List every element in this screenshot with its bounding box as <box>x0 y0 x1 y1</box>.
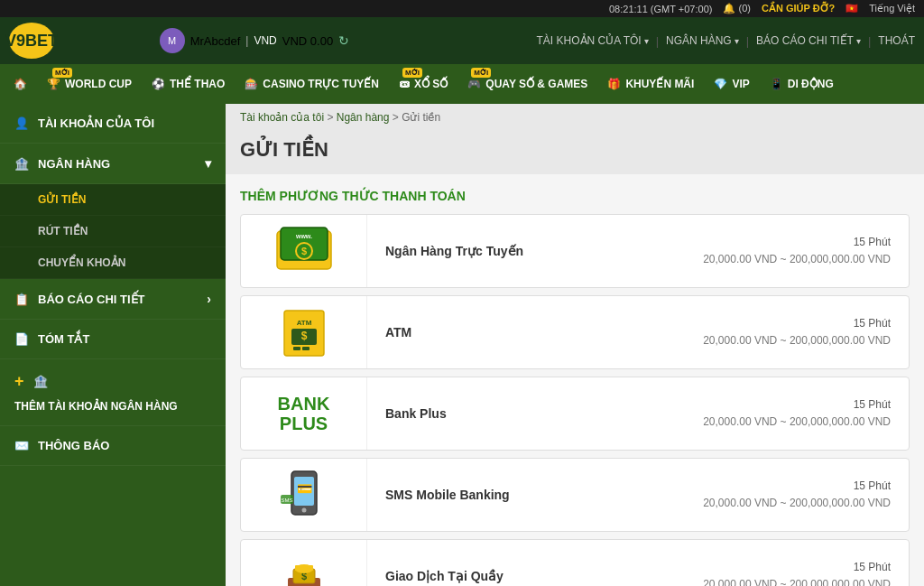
counter-range: 20,000.00 VND ~ 200,000,000.00 VND <box>703 576 891 586</box>
time-display: 08:21:11 (GMT +07:00) <box>609 4 712 14</box>
nav-didong[interactable]: 📱 DI ĐỘNG <box>761 64 843 104</box>
bankplus-info: 15 Phút 20,000.00 VND ~ 200,000,000.00 V… <box>685 396 909 431</box>
help-link[interactable]: CẦN GIÚP ĐỠ? <box>762 3 835 14</box>
counter-name: Giao Dịch Tại Quầy <box>367 569 685 583</box>
username: MrAbcdef <box>190 34 241 48</box>
top-bar: 08:21:11 (GMT +07:00) 🔔 (0) CẦN GIÚP ĐỠ?… <box>0 0 924 17</box>
counter-icon: $ <box>268 549 340 586</box>
payment-item-atm[interactable]: ATM $ ATM 15 Phút 20,000.00 VND ~ 200,00… <box>240 295 910 369</box>
sidebar-item-bank[interactable]: 🏦 NGÂN HÀNG ▾ <box>0 144 226 184</box>
sidebar-guitien[interactable]: GỬI TIỀN <box>0 184 226 216</box>
bank-btn[interactable]: NGÂN HÀNG ▾ <box>666 34 739 47</box>
my-account-btn[interactable]: TÀI KHOẢN CỦA TÔI ▾ <box>537 34 649 47</box>
home-icon: 🏠 <box>14 78 27 90</box>
balance-display: VND 0.00 <box>282 34 333 48</box>
payment-list: www. $ Ngân Hàng Trực Tuyến 15 Phút 20,0… <box>240 214 910 586</box>
bankplus-icon-area: BANK PLUS <box>241 377 367 450</box>
bank-expand-arrow: ▾ <box>205 156 211 171</box>
sidebar-item-account[interactable]: 👤 TÀI KHOẢN CỦA TÔI <box>0 104 226 144</box>
nav-thethao[interactable]: ⚽ THỂ THAO <box>143 64 234 104</box>
sidebar-item-thongbao[interactable]: ✉️ THÔNG BÁO <box>0 426 226 466</box>
breadcrumb-current: Gửi tiền <box>402 111 440 124</box>
nav-vip-label: VIP <box>732 78 749 90</box>
breadcrumb-account[interactable]: Tài khoản của tôi <box>240 111 324 124</box>
sms-info: 15 Phút 20,000.00 VND ~ 200,000,000.00 V… <box>685 478 909 512</box>
sidebar-chuyenkhoan[interactable]: CHUYỂN KHOẢN <box>0 247 226 279</box>
new-badge-xoso: MỚI <box>402 68 422 78</box>
sidebar-report-label: BÁO CÁO CHI TIẾT <box>38 293 145 306</box>
new-badge-quayso: MỚI <box>471 68 491 78</box>
atm-icon: ATM $ <box>268 305 340 359</box>
sms-name: SMS Mobile Banking <box>367 488 685 502</box>
lang-flag: 🇻🇳 <box>845 3 858 14</box>
new-badge-worldcup: MỚI <box>52 68 72 78</box>
section-title: THÊM PHƯƠNG THỨC THANH TOÁN <box>240 189 910 203</box>
thethao-icon: ⚽ <box>152 78 165 90</box>
atm-info: 15 Phút 20,000.00 VND ~ 200,000,000.00 V… <box>685 315 909 349</box>
atm-time: 15 Phút <box>703 315 891 332</box>
sidebar-item-report[interactable]: 📋 BÁO CÁO CHI TIẾT › <box>0 279 226 320</box>
report-arrow: › <box>207 292 211 306</box>
svg-point-13 <box>301 508 306 513</box>
nav-xoso[interactable]: MỚI 🎟 XỔ SỐ <box>390 64 457 104</box>
sidebar-thongbao-label: THÔNG BÁO <box>38 439 109 452</box>
lang-selector[interactable]: Tiếng Việt <box>869 3 915 14</box>
sidebar-item-addbank[interactable]: + 🏦 THÊM TÀI KHOẢN NGÂN HÀNG <box>0 359 226 426</box>
nav-home[interactable]: 🏠 <box>5 64 36 104</box>
nav-bar: 🏠 MỚI 🏆 WORLD CUP ⚽ THỂ THAO 🎰 CASINO TR… <box>0 64 924 104</box>
bank-online-range: 20,000.00 VND ~ 200,000,000.00 VND <box>703 251 891 268</box>
main-layout: 👤 TÀI KHOẢN CỦA TÔI 🏦 NGÂN HÀNG ▾ GỬI TI… <box>0 104 924 586</box>
atm-range: 20,000.00 VND ~ 200,000,000.00 VND <box>703 332 891 349</box>
sidebar-ruttien[interactable]: RÚT TIỀN <box>0 216 226 247</box>
sidebar-addbank-label: THÊM TÀI KHOẢN NGÂN HÀNG <box>14 400 178 413</box>
report-icon: 📋 <box>14 293 29 306</box>
svg-rect-9 <box>293 347 300 350</box>
sms-mobile-icon: 💳 SMS <box>268 468 340 522</box>
nav-vip[interactable]: 💎 VIP <box>705 64 758 104</box>
bell-icon[interactable]: 🔔 (0) <box>723 3 751 14</box>
refresh-icon[interactable]: ↻ <box>338 33 349 48</box>
svg-text:💳: 💳 <box>296 481 312 497</box>
page-title-area: GỬI TIỀN <box>226 131 924 174</box>
addbank-icon: 🏦 <box>33 375 48 388</box>
breadcrumb: Tài khoản của tôi > Ngân hàng > Gửi tiền <box>226 104 924 131</box>
sidebar-submenu-bank: GỬI TIỀN RÚT TIỀN CHUYỂN KHOẢN <box>0 184 226 279</box>
report-btn[interactable]: BÁO CÁO CHI TIẾT ▾ <box>756 34 861 47</box>
nav-worldcup[interactable]: MỚI 🏆 WORLD CUP <box>38 64 141 104</box>
payment-item-sms[interactable]: 💳 SMS SMS Mobile Banking 15 Phút 20,000.… <box>240 458 910 532</box>
payment-item-bank-online[interactable]: www. $ Ngân Hàng Trực Tuyến 15 Phút 20,0… <box>240 214 910 288</box>
atm-name: ATM <box>367 325 685 340</box>
bankplus-range: 20,000.00 VND ~ 200,000,000.00 VND <box>703 414 891 431</box>
sms-range: 20,000.00 VND ~ 200,000,000.00 VND <box>703 495 891 512</box>
payment-item-bankplus[interactable]: BANK PLUS Bank Plus 15 Phút 20,000.00 VN… <box>240 377 910 451</box>
counter-time: 15 Phút <box>703 559 891 576</box>
sidebar-bank-label: NGÂN HÀNG <box>38 157 110 171</box>
sidebar-item-tomtat[interactable]: 📄 TÓM TẮT <box>0 320 226 359</box>
nav-casino[interactable]: 🎰 CASINO TRỰC TUYẾN <box>236 64 388 104</box>
svg-text:www.: www. <box>294 233 311 239</box>
tomtat-icon: 📄 <box>14 332 29 346</box>
bankplus-time: 15 Phút <box>703 396 891 414</box>
payment-item-counter[interactable]: $ Giao Dịch Tại Quầy 15 Phút 20,000.00 V… <box>240 539 910 586</box>
sidebar: 👤 TÀI KHOẢN CỦA TÔI 🏦 NGÂN HÀNG ▾ GỬI TI… <box>0 104 226 586</box>
header-nav: TÀI KHOẢN CỦA TÔI ▾ | NGÂN HÀNG ▾ | BÁO … <box>537 34 915 48</box>
thongbao-icon: ✉️ <box>14 439 29 452</box>
logo[interactable]: V9BET <box>9 23 54 59</box>
nav-didong-label: DI ĐỘNG <box>788 78 834 90</box>
nav-casino-label: CASINO TRỰC TUYẾN <box>263 78 379 90</box>
casino-icon: 🎰 <box>245 78 258 90</box>
bank-online-info: 15 Phút 20,000.00 VND ~ 200,000,000.00 V… <box>685 234 909 268</box>
nav-quayso[interactable]: MỚI 🎮 QUAY SỐ & GAMES <box>458 64 596 104</box>
content-area: Tài khoản của tôi > Ngân hàng > Gửi tiền… <box>226 104 924 586</box>
nav-khuyenmai[interactable]: 🎁 KHUYẾN MÃI <box>598 64 703 104</box>
breadcrumb-bank[interactable]: Ngân hàng <box>337 111 390 124</box>
logout-btn[interactable]: THOÁT <box>878 34 915 47</box>
sidebar-tomtat-label: TÓM TẮT <box>38 332 89 346</box>
bank-online-name: Ngân Hàng Trực Tuyến <box>367 244 685 258</box>
user-avatar: M <box>160 28 185 53</box>
sms-icon-area: 💳 SMS <box>241 459 367 531</box>
nav-quayso-label: QUAY SỐ & GAMES <box>485 78 587 90</box>
bankplus-name: Bank Plus <box>367 406 685 421</box>
xoso-icon: 🎟 <box>399 78 410 90</box>
khuyenmai-icon: 🎁 <box>607 78 621 90</box>
